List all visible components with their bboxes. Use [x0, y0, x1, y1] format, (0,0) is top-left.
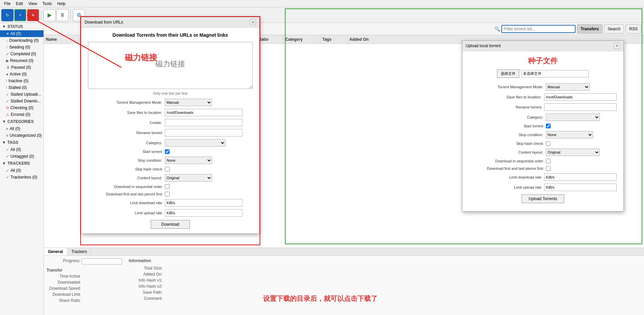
ul-management-mode-select[interactable]: Manual Automatic [546, 83, 590, 91]
dl-cookie-input[interactable] [165, 119, 242, 126]
sidebar-item-checking[interactable]: ⟳ Checking (0) [0, 104, 43, 111]
file-display[interactable] [521, 70, 589, 77]
dl-management-mode-select[interactable]: Manual Automatic [165, 99, 212, 106]
sidebar-item-resumed[interactable]: ▶ Resumed (0) [0, 57, 43, 64]
sidebar-item-stalled[interactable]: ! Stalled (0) [0, 84, 43, 91]
sidebar-item-stalled-up-label: Stalled Uploadi... [10, 92, 41, 97]
dl-rename-label: Rename torrent [88, 131, 162, 135]
upload-torrents-button[interactable]: Upload Torrents [522, 194, 564, 203]
trackers-section-header[interactable]: ▼ TRACKERS [0, 160, 43, 167]
ul-sequential-row: Download in sequential order [469, 159, 617, 163]
dl-limit-up-row: Limit upload rate [88, 209, 253, 217]
progress-input[interactable] [82, 258, 122, 264]
sidebar-item-trackerless[interactable]: ✓ Trackerless (0) [0, 174, 43, 181]
tab-general[interactable]: General [44, 248, 67, 255]
ul-rename-input[interactable] [544, 103, 617, 111]
delete-torrent-button[interactable]: ✕ [27, 9, 39, 21]
dl-rename-input[interactable] [165, 129, 242, 136]
added-on-row: Added On: [129, 272, 164, 277]
sidebar-item-stalled-uploading[interactable]: ✓ Stalled Uploadi... [0, 91, 43, 98]
dl-first-last-checkbox[interactable] [165, 192, 170, 196]
sidebar-item-errored[interactable]: ⚠ Errored (0) [0, 111, 43, 118]
sidebar-item-downloading-label: Downloading (0) [9, 38, 39, 43]
pause-button[interactable]: ⏸ [56, 9, 68, 21]
status-section-header[interactable]: ▼ STATUS [0, 23, 43, 30]
download-modal-close[interactable]: × [250, 19, 256, 25]
sidebar-item-downloading[interactable]: ↓ Downloading (0) [0, 37, 43, 44]
add-torrent-button[interactable]: + [14, 9, 26, 21]
dl-category-select[interactable] [165, 139, 226, 147]
refresh-button[interactable]: ↻ [1, 9, 13, 21]
download-button[interactable]: Download [151, 220, 189, 229]
filter-input[interactable] [501, 25, 576, 33]
active-icon: ● [6, 72, 8, 76]
menu-tools[interactable]: Tools [40, 1, 55, 7]
ul-limit-down-input[interactable] [544, 174, 617, 181]
ul-limit-down-row: Limit download rate [469, 174, 617, 181]
categories-section-header[interactable]: ▼ CATEGORIES [0, 118, 43, 125]
url-textarea[interactable] [88, 42, 253, 89]
dl-limit-down-input[interactable] [165, 199, 242, 207]
sidebar-item-trackers-all[interactable]: ✓ All (0) [0, 167, 43, 174]
sidebar-item-categories-all[interactable]: ≡ All (0) [0, 125, 43, 132]
dl-stop-condition-select[interactable]: None Metadata Received Files Checked [165, 157, 212, 164]
sidebar-item-uncategorized[interactable]: ≡ Uncategorized (0) [0, 132, 43, 139]
tab-trackers[interactable]: Trackers [67, 248, 91, 255]
dl-limit-up-input[interactable] [165, 209, 242, 217]
ul-stop-condition-select[interactable]: None [546, 131, 593, 138]
sidebar-item-errored-label: Errored (0) [11, 112, 30, 117]
ul-sequential-checkbox[interactable] [546, 159, 551, 163]
sidebar-item-tags-all[interactable]: ✓ All (0) [0, 146, 43, 153]
dl-start-torrent-checkbox[interactable] [165, 149, 170, 154]
ul-start-torrent-checkbox[interactable] [546, 124, 551, 128]
ul-content-layout-select[interactable]: Original [546, 149, 600, 156]
sidebar-item-active[interactable]: ● Active (0) [0, 71, 43, 77]
downloaded-row: Downloaded [47, 280, 122, 285]
rss-tab-button[interactable]: RSS [625, 24, 641, 34]
col-ratio: Ratio [256, 35, 283, 43]
upload-modal: Upload local torrent × 种子文件 选择文件 Torrent… [462, 40, 624, 212]
dl-sequential-checkbox[interactable] [165, 184, 170, 189]
sidebar-item-untagged-label: Untagged (0) [10, 154, 34, 159]
sidebar-item-paused[interactable]: ⏸ Paused (0) [0, 64, 43, 71]
ul-save-location-input[interactable] [544, 93, 617, 101]
sidebar-item-stalled-downloading[interactable]: ✓ Stalled Downlo... [0, 98, 43, 104]
save-path-row: Save Path: [129, 290, 164, 295]
sidebar-item-completed[interactable]: ✓ Completed (0) [0, 51, 43, 57]
choose-file-button[interactable]: 选择文件 [497, 69, 519, 78]
dl-sequential-row: Download in sequential order [88, 184, 253, 189]
added-on-label: Added On: [129, 272, 163, 277]
search-tab-button[interactable]: Search [604, 24, 624, 34]
ul-limit-up-label: Limit upload rate [469, 185, 541, 189]
detail-col-1: Progress: Transfer Time Active Downloade… [47, 258, 122, 303]
dl-content-layout-select[interactable]: Original Subfolder Don't create subfolde… [165, 174, 212, 182]
sidebar-item-all[interactable]: ✕ All (0) [0, 30, 43, 37]
ul-category-select[interactable] [546, 114, 600, 121]
download-limit-row: Download Limit [47, 292, 122, 297]
tags-section-header[interactable]: ▼ TAGS [0, 139, 43, 146]
dl-skip-hash-checkbox[interactable] [165, 167, 170, 171]
dl-management-mode-row: Torrent Management Mode: Manual Automati… [88, 99, 253, 106]
ul-skip-hash-checkbox[interactable] [546, 141, 551, 146]
menu-edit[interactable]: Edit [13, 1, 26, 7]
sidebar-item-seeding[interactable]: ↑ Seeding (0) [0, 44, 43, 51]
upload-modal-close[interactable]: × [614, 43, 620, 49]
ul-sequential-label: Download in sequential order [469, 159, 543, 163]
sidebar-item-untagged[interactable]: ✓ Untagged (0) [0, 153, 43, 160]
ul-stop-condition-row: Stop condition: None [469, 131, 617, 138]
ul-limit-up-input[interactable] [544, 184, 617, 191]
menu-file[interactable]: File [1, 1, 13, 7]
ul-first-last-checkbox[interactable] [546, 166, 551, 171]
dl-save-location-input[interactable] [165, 109, 242, 116]
ul-rename-row: Rename torrent [469, 103, 617, 111]
menu-help[interactable]: Help [55, 1, 68, 7]
transfers-tab-button[interactable]: Transfers [577, 24, 603, 34]
detail-col-2: Information Total Size: Added On: Info H… [129, 258, 164, 303]
menu-view[interactable]: View [26, 1, 40, 7]
sidebar-item-inactive[interactable]: ! Inactive (0) [0, 77, 43, 84]
resume-button[interactable]: ▶ [43, 9, 56, 21]
downloading-icon: ↓ [6, 38, 8, 42]
detail-content: Progress: Transfer Time Active Downloade… [44, 256, 644, 306]
uncategorized-icon: ≡ [6, 133, 8, 137]
sidebar-item-active-label: Active (0) [10, 72, 27, 76]
